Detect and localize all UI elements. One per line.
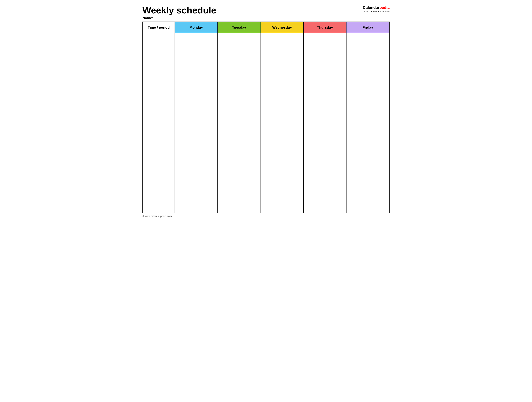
schedule-cell[interactable] [218,93,260,108]
schedule-cell[interactable] [260,93,304,108]
schedule-cell[interactable] [175,198,218,213]
col-header-thursday: Thursday [304,22,346,33]
time-period-cell[interactable] [143,183,175,198]
schedule-cell[interactable] [218,183,260,198]
title-area: Weekly schedule Name: [142,5,351,20]
schedule-cell[interactable] [260,123,304,138]
schedule-body [143,33,389,213]
schedule-cell[interactable] [175,153,218,168]
name-label: Name: [142,16,351,20]
time-period-cell[interactable] [143,78,175,93]
schedule-table: Time / period Monday Tuesday Wednesday T… [142,22,390,213]
schedule-cell[interactable] [218,123,260,138]
table-row [143,108,389,123]
table-row [143,138,389,153]
schedule-cell[interactable] [347,153,389,168]
schedule-cell[interactable] [260,198,304,213]
schedule-cell[interactable] [175,93,218,108]
footer-url: © www.calendarpedia.com [142,215,172,218]
logo-pedia: pedia [380,5,390,10]
schedule-cell[interactable] [304,138,346,153]
table-row [143,48,389,63]
schedule-cell[interactable] [304,168,346,183]
col-header-wednesday: Wednesday [260,22,304,33]
schedule-cell[interactable] [218,33,260,48]
schedule-cell[interactable] [175,33,218,48]
schedule-cell[interactable] [304,108,346,123]
page-container: Weekly schedule Name: Calendarpedia Your… [142,5,390,218]
schedule-cell[interactable] [347,63,389,78]
schedule-cell[interactable] [347,198,389,213]
logo-tagline: Your source for calendars [351,10,390,13]
table-row [143,78,389,93]
schedule-cell[interactable] [347,78,389,93]
schedule-cell[interactable] [304,123,346,138]
time-period-cell[interactable] [143,33,175,48]
schedule-cell[interactable] [304,48,346,63]
schedule-cell[interactable] [347,93,389,108]
schedule-cell[interactable] [260,78,304,93]
schedule-cell[interactable] [347,108,389,123]
table-header-row: Time / period Monday Tuesday Wednesday T… [143,22,389,33]
time-period-cell[interactable] [143,48,175,63]
col-header-time-period: Time / period [143,22,175,33]
schedule-cell[interactable] [218,63,260,78]
time-period-cell[interactable] [143,93,175,108]
schedule-cell[interactable] [260,138,304,153]
schedule-cell[interactable] [260,168,304,183]
schedule-cell[interactable] [304,33,346,48]
schedule-cell[interactable] [218,108,260,123]
time-period-cell[interactable] [143,138,175,153]
logo-calendar: Calendar [363,5,379,10]
schedule-cell[interactable] [260,108,304,123]
schedule-cell[interactable] [347,48,389,63]
schedule-cell[interactable] [260,183,304,198]
schedule-cell[interactable] [175,78,218,93]
schedule-cell[interactable] [218,168,260,183]
time-period-cell[interactable] [143,153,175,168]
schedule-cell[interactable] [175,108,218,123]
schedule-cell[interactable] [218,153,260,168]
table-row [143,123,389,138]
schedule-cell[interactable] [347,168,389,183]
time-period-cell[interactable] [143,198,175,213]
schedule-cell[interactable] [260,63,304,78]
footer: © www.calendarpedia.com [142,215,390,218]
time-period-cell[interactable] [143,168,175,183]
schedule-cell[interactable] [347,123,389,138]
schedule-cell[interactable] [218,198,260,213]
schedule-cell[interactable] [260,33,304,48]
schedule-cell[interactable] [347,138,389,153]
table-row [143,63,389,78]
schedule-cell[interactable] [304,93,346,108]
table-row [143,198,389,213]
table-row [143,153,389,168]
schedule-cell[interactable] [260,48,304,63]
time-period-cell[interactable] [143,63,175,78]
schedule-cell[interactable] [260,153,304,168]
schedule-cell[interactable] [175,168,218,183]
time-period-cell[interactable] [143,108,175,123]
schedule-cell[interactable] [175,63,218,78]
schedule-cell[interactable] [175,138,218,153]
schedule-cell[interactable] [175,123,218,138]
schedule-cell[interactable] [304,198,346,213]
logo-text: Calendarpedia [351,5,390,10]
schedule-cell[interactable] [175,183,218,198]
schedule-cell[interactable] [304,183,346,198]
col-header-tuesday: Tuesday [218,22,260,33]
schedule-cell[interactable] [347,183,389,198]
schedule-cell[interactable] [304,153,346,168]
schedule-cell[interactable] [175,48,218,63]
table-row [143,33,389,48]
schedule-cell[interactable] [304,63,346,78]
header-row: Weekly schedule Name: Calendarpedia Your… [142,5,390,20]
col-header-friday: Friday [347,22,389,33]
schedule-cell[interactable] [304,78,346,93]
schedule-cell[interactable] [218,78,260,93]
time-period-cell[interactable] [143,123,175,138]
schedule-cell[interactable] [218,48,260,63]
page-title: Weekly schedule [142,5,351,15]
schedule-cell[interactable] [347,33,389,48]
schedule-cell[interactable] [218,138,260,153]
